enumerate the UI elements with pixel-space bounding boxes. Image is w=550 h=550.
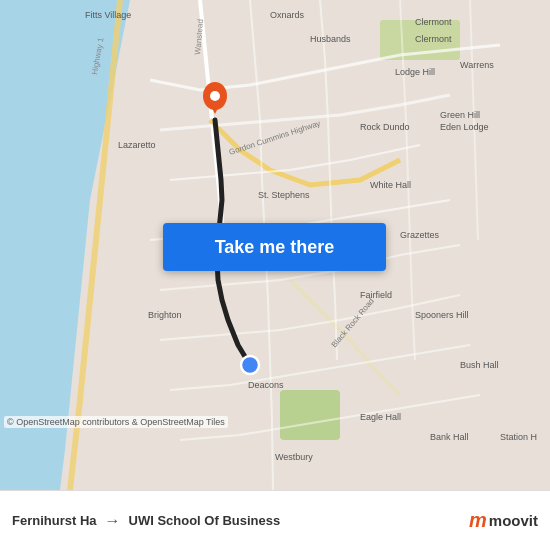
svg-text:Brighton: Brighton: [148, 310, 182, 320]
svg-text:Lazaretto: Lazaretto: [118, 140, 156, 150]
svg-text:Green Hill: Green Hill: [440, 110, 480, 120]
map-container: Fitts Village Oxnards Husbands Clermont …: [0, 0, 550, 490]
svg-text:Grazettes: Grazettes: [400, 230, 440, 240]
moovit-m-icon: m: [469, 509, 487, 532]
origin-label: Fernihurst Ha: [12, 513, 97, 528]
svg-rect-1: [280, 390, 340, 440]
svg-point-32: [210, 91, 220, 101]
bottom-bar: Fernihurst Ha → UWI School Of Business m…: [0, 490, 550, 550]
svg-text:Deacons: Deacons: [248, 380, 284, 390]
svg-text:Bank Hall: Bank Hall: [430, 432, 469, 442]
svg-text:Rock Dundo: Rock Dundo: [360, 122, 410, 132]
svg-text:Husbands: Husbands: [310, 34, 351, 44]
take-me-there-button[interactable]: Take me there: [163, 223, 386, 271]
destination-label: UWI School Of Business: [129, 513, 281, 528]
svg-text:Spooners Hill: Spooners Hill: [415, 310, 469, 320]
svg-text:Eden Lodge: Eden Lodge: [440, 122, 489, 132]
svg-text:Station H: Station H: [500, 432, 537, 442]
svg-text:Clermont: Clermont: [415, 34, 452, 44]
copyright-text: © OpenStreetMap contributors & OpenStree…: [4, 416, 228, 428]
svg-text:Westbury: Westbury: [275, 452, 313, 462]
moovit-logo: m moovit: [469, 509, 538, 532]
svg-text:Warrens: Warrens: [460, 60, 494, 70]
svg-text:Lodge Hill: Lodge Hill: [395, 67, 435, 77]
moovit-brand-text: moovit: [489, 512, 538, 529]
svg-text:Eagle Hall: Eagle Hall: [360, 412, 401, 422]
arrow-icon: →: [105, 512, 121, 530]
svg-text:St. Stephens: St. Stephens: [258, 190, 310, 200]
svg-text:Fairfield: Fairfield: [360, 290, 392, 300]
svg-point-33: [241, 356, 259, 374]
svg-text:Fitts Village: Fitts Village: [85, 10, 131, 20]
svg-text:Oxnards: Oxnards: [270, 10, 305, 20]
svg-text:Bush Hall: Bush Hall: [460, 360, 499, 370]
svg-text:White Hall: White Hall: [370, 180, 411, 190]
svg-text:Clermont: Clermont: [415, 17, 452, 27]
